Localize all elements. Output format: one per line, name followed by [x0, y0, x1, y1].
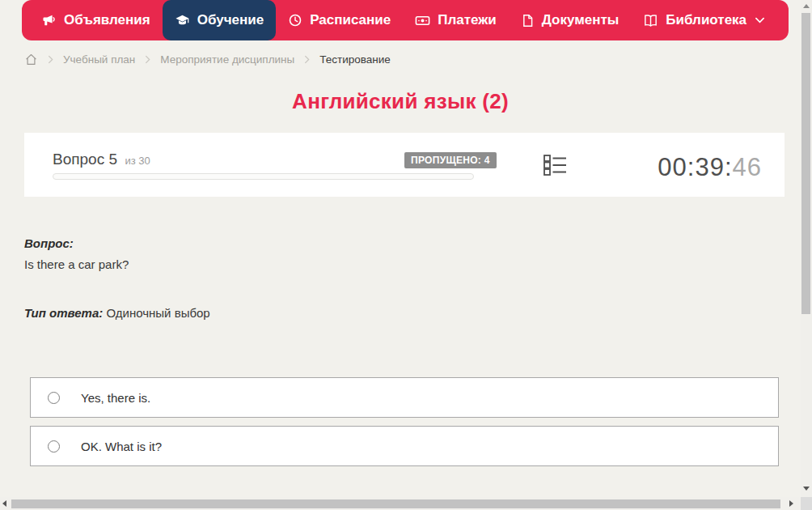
question-text: Is there a car park?: [24, 257, 776, 271]
breadcrumb-chevron-icon: [304, 55, 310, 64]
breadcrumb-item-discipline-event[interactable]: Мероприятие дисциплины: [160, 53, 294, 66]
breadcrumb-item-curriculum[interactable]: Учебный план: [63, 53, 135, 66]
nav-item-label: Документы: [542, 12, 620, 28]
answer-option-label: Yes, there is.: [81, 391, 150, 405]
horizontal-scrollbar-thumb[interactable]: [11, 499, 780, 508]
answer-type-value: Одиночный выбор: [106, 306, 209, 320]
nav-item-label: Платежи: [438, 12, 497, 28]
timer-hours-minutes: 00:39:: [658, 153, 732, 181]
vertical-scrollbar-thumb[interactable]: [801, 13, 810, 314]
clock-icon: [288, 13, 302, 28]
nav-item-payments[interactable]: Платежи: [403, 0, 509, 40]
question-counter: Вопрос 5 из 30: [53, 151, 150, 168]
chevron-down-icon: [755, 17, 764, 23]
timer: 00:39:46: [658, 153, 762, 182]
answer-type-label: Тип ответа:: [24, 306, 103, 320]
answer-option-1[interactable]: Yes, there is.: [30, 377, 779, 418]
answer-option-2[interactable]: OK. What is it?: [30, 426, 779, 466]
breadcrumb-chevron-icon: [48, 55, 53, 64]
nav-item-library[interactable]: Библиотека: [631, 0, 776, 40]
megaphone-icon: [42, 13, 57, 28]
top-navigation: Объявления Обучение Расписание Платежи Д…: [22, 0, 789, 40]
document-icon: [521, 14, 535, 28]
home-icon[interactable]: [24, 53, 38, 66]
answer-option-label: OK. What is it?: [81, 440, 162, 453]
nav-item-label: Обучение: [197, 12, 264, 28]
scroll-down-icon[interactable]: [803, 487, 810, 491]
question-label: Вопрос:: [24, 236, 776, 250]
quiz-progress-bar: [53, 173, 474, 180]
scroll-left-icon[interactable]: [2, 500, 6, 507]
nav-item-schedule[interactable]: Расписание: [276, 0, 403, 40]
page-title: Английский язык (2): [0, 89, 801, 114]
vertical-scrollbar[interactable]: [801, 0, 812, 497]
breadcrumb-chevron-icon: [145, 55, 150, 64]
quiz-header-card: Вопрос 5 из 30 ПРОПУЩЕНО: 4 00:39:46: [24, 133, 785, 197]
answer-options: Yes, there is. OK. What is it?: [30, 377, 779, 474]
nav-item-education[interactable]: Обучение: [163, 0, 276, 40]
breadcrumb: Учебный план Мероприятие дисциплины Тест…: [24, 50, 391, 68]
graduation-cap-icon: [175, 13, 190, 28]
question-number: Вопрос 5: [53, 151, 117, 168]
question-list-icon[interactable]: [543, 153, 569, 177]
scroll-right-icon[interactable]: [789, 500, 793, 507]
answer-type-row: Тип ответа: Одиночный выбор: [24, 306, 776, 320]
skipped-badge: ПРОПУЩЕНО: 4: [404, 152, 497, 168]
nav-item-announcements[interactable]: Объявления: [30, 0, 163, 40]
radio-unchecked-icon[interactable]: [48, 440, 60, 453]
scrollbar-corner: [801, 497, 812, 510]
nav-item-label: Объявления: [64, 12, 150, 28]
scroll-up-icon[interactable]: [803, 4, 810, 8]
question-section: Вопрос: Is there a car park? Тип ответа:…: [24, 236, 776, 320]
breadcrumb-item-testing: Тестирование: [319, 53, 391, 66]
nav-item-label: Библиотека: [666, 12, 746, 28]
radio-unchecked-icon[interactable]: [48, 392, 60, 404]
book-icon: [643, 13, 658, 28]
timer-seconds: 46: [733, 153, 762, 181]
banknote-icon: [415, 13, 430, 28]
nav-item-documents[interactable]: Документы: [509, 0, 632, 40]
horizontal-scrollbar[interactable]: [0, 497, 801, 510]
nav-item-label: Расписание: [310, 12, 391, 28]
page: Объявления Обучение Расписание Платежи Д…: [0, 0, 812, 510]
question-total: из 30: [125, 155, 150, 167]
